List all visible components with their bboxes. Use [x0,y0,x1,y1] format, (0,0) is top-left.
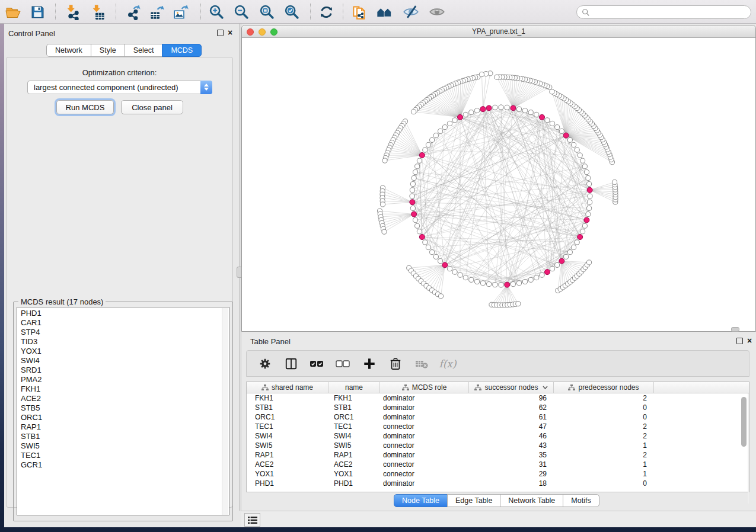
column-header-successor-nodes[interactable]: successor nodes [469,382,554,393]
column-header-shared-name[interactable]: shared name [247,382,328,393]
table-cell[interactable]: 31 [469,460,554,469]
close-panel-icon[interactable]: × [228,27,232,38]
select-all-columns-icon[interactable] [308,355,326,373]
table-cell[interactable]: 2 [554,431,654,441]
table-cell[interactable]: connector [380,460,469,469]
table-cell[interactable]: 29 [469,469,554,479]
table-row[interactable]: SWI4SWI4dominator462 [247,431,749,441]
table-row[interactable]: ACE2ACE2connector311 [247,460,749,469]
mcds-result-item[interactable]: TID3 [21,337,229,347]
table-cell[interactable]: dominator [380,403,469,412]
mcds-result-item[interactable]: ORC1 [21,413,229,422]
search-input[interactable] [592,7,751,18]
mcds-result-item[interactable]: CAR1 [21,318,229,328]
table-cell[interactable]: ORC1 [328,412,380,422]
table-cell[interactable]: TEC1 [328,422,380,431]
zoom-out-icon[interactable] [231,3,251,21]
zoom-fit-icon[interactable] [257,3,277,21]
import-table-icon[interactable] [88,3,108,21]
tab-mcds[interactable]: MCDS [162,44,202,57]
close-table-panel-icon[interactable]: × [747,335,752,346]
table-cell[interactable]: 0 [554,412,654,422]
task-history-button[interactable] [244,513,260,527]
show-column-panel-icon[interactable] [282,355,300,373]
table-cell[interactable]: STB1 [328,403,380,412]
tab-motifs[interactable]: Motifs [563,494,599,507]
export-table-icon[interactable] [146,3,167,21]
table-cell[interactable]: ACE2 [328,460,380,469]
table-cell[interactable]: ORC1 [247,412,328,422]
table-settings-gear-icon[interactable] [256,355,274,373]
table-cell[interactable]: 43 [469,441,554,450]
mcds-result-item[interactable]: SWI5 [21,441,229,451]
zoom-in-icon[interactable] [206,3,227,21]
table-scrollbar-thumb[interactable] [741,397,747,447]
table-cell[interactable]: 1 [554,460,654,469]
table-cell[interactable]: 0 [554,403,654,412]
table-cell[interactable]: 2 [554,393,654,403]
network-window-titlebar[interactable]: YPA_prune.txt_1 [242,25,755,38]
table-cell[interactable]: 96 [469,393,554,403]
mcds-result-item[interactable]: GCR1 [21,460,229,470]
mcds-result-item[interactable]: RAP1 [21,422,229,432]
column-header-predecessor-nodes[interactable]: predecessor nodes [554,382,654,393]
table-cell[interactable]: FKH1 [328,393,380,403]
zoom-selected-icon[interactable] [282,3,302,21]
mcds-result-item[interactable]: STB5 [21,403,229,413]
open-folder-icon[interactable] [3,3,23,21]
table-cell[interactable]: SWI5 [247,441,328,450]
network-graph[interactable] [242,38,755,331]
delete-column-icon[interactable] [387,355,404,373]
mcds-list-scrollbar[interactable] [222,308,228,515]
table-row[interactable]: TEC1TEC1connector472 [247,422,749,431]
table-cell[interactable]: RAP1 [328,450,380,460]
close-panel-button[interactable]: Close panel [121,100,183,114]
table-cell[interactable]: connector [380,469,469,479]
table-cell[interactable]: 47 [469,422,554,431]
table-cell[interactable]: PHD1 [328,479,380,488]
table-cell[interactable]: connector [380,441,469,450]
table-scrollbar-track[interactable] [748,393,749,504]
column-header-name[interactable]: name [328,382,380,393]
first-neighbors-icon[interactable] [374,3,394,21]
table-cell[interactable]: YOX1 [247,469,328,479]
table-cell[interactable]: dominator [380,412,469,422]
table-cell[interactable]: TEC1 [247,422,328,431]
mcds-result-item[interactable]: FKH1 [21,384,229,394]
table-row[interactable]: PHD1PHD1dominator180 [247,479,749,488]
table-cell[interactable]: PHD1 [247,479,328,488]
mcds-result-item[interactable]: SWI4 [21,356,229,366]
table-cell[interactable]: ACE2 [247,460,328,469]
run-mcds-button[interactable]: Run MCDS [56,100,114,114]
table-cell[interactable]: 18 [469,479,554,488]
table-row[interactable]: FKH1FKH1dominator962 [247,393,749,403]
table-row[interactable]: YOX1YOX1connector291 [247,469,749,479]
table-cell[interactable]: 61 [469,412,554,422]
table-cell[interactable]: connector [380,422,469,431]
table-cell[interactable]: dominator [380,393,469,403]
table-row[interactable]: SWI5SWI5connector431 [247,441,749,450]
tab-style[interactable]: Style [91,44,125,57]
float-panel-icon[interactable] [217,30,224,36]
table-cell[interactable]: 2 [554,450,654,460]
table-cell[interactable]: 62 [469,403,554,412]
table-cell[interactable]: SWI4 [328,431,380,441]
table-cell[interactable]: 1 [554,441,654,450]
table-cell[interactable]: YOX1 [328,469,380,479]
float-table-panel-icon[interactable] [736,338,743,344]
table-cell[interactable]: SWI4 [247,431,328,441]
clone-network-icon[interactable] [349,3,369,21]
tab-network[interactable]: Network [46,44,91,57]
mcds-result-item[interactable]: PHD1 [21,309,229,318]
mcds-result-item[interactable]: ACE2 [21,394,229,403]
table-cell[interactable]: dominator [380,431,469,441]
table-cell[interactable]: 2 [554,422,654,431]
table-cell[interactable]: RAP1 [247,450,328,460]
horizontal-splitter-handle[interactable] [731,327,739,332]
export-network-icon[interactable] [123,3,143,21]
column-header-MCDS-role[interactable]: MCDS role [380,382,469,393]
table-row[interactable]: STB1STB1dominator620 [247,403,749,412]
table-cell[interactable]: dominator [380,450,469,460]
import-network-icon[interactable] [62,3,82,21]
hide-selected-icon[interactable] [401,3,421,21]
